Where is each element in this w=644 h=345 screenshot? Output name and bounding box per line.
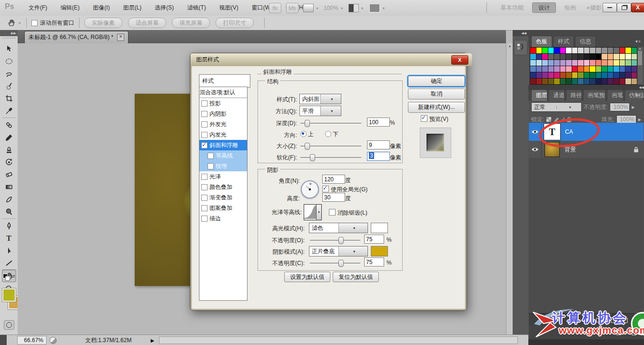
delete-layer-icon[interactable] [631,329,637,335]
menu-item[interactable]: 编辑(E) [54,0,86,16]
foreground-color-swatch[interactable] [2,288,16,302]
style-list-item[interactable]: 投影 [199,98,247,108]
color-swatch[interactable] [578,60,584,66]
color-swatch[interactable] [596,60,602,66]
color-swatch[interactable] [596,72,602,78]
color-swatch[interactable] [584,79,590,84]
style-checkbox[interactable] [201,100,208,107]
color-swatch[interactable] [542,72,548,78]
color-swatch[interactable] [578,66,584,72]
style-list-item[interactable]: 外发光 [199,119,247,129]
depth-input[interactable] [367,118,390,127]
color-swatch[interactable] [596,48,602,53]
workspace-button[interactable]: 绘画 [559,2,582,13]
new-layer-icon[interactable] [616,329,622,335]
panel-tab[interactable]: 色板 [531,36,552,47]
style-checkbox[interactable] [201,121,208,128]
style-list-item[interactable]: 颜色叠加 [199,182,247,192]
style-list-item[interactable]: 等高线 [199,150,247,161]
elliptical-marquee-tool[interactable] [2,55,16,67]
mini-bridge-button[interactable]: Mb [286,3,298,13]
pen-tool[interactable] [2,220,16,232]
color-swatch[interactable] [566,60,572,66]
shadow-mode-dropdown[interactable]: 正片叠底▼ [309,246,368,256]
style-checkbox[interactable] [201,174,208,180]
ok-button[interactable]: 确定 [408,76,465,87]
brush-tool[interactable] [2,131,16,143]
delete-layer-icon[interactable] [623,317,628,323]
color-swatch[interactable] [620,72,625,78]
color-swatch[interactable] [542,79,548,84]
color-swatch[interactable] [625,72,631,78]
layer-visibility-toggle[interactable] [529,141,542,158]
color-swatch[interactable] [536,79,542,84]
dialog-close-button[interactable]: X [451,55,468,65]
lock-position-icon[interactable]: ✛ [561,116,566,123]
color-swatch[interactable] [542,60,548,66]
anti-alias-checkbox[interactable]: 消除锯齿(L) [329,209,367,217]
style-checkbox[interactable] [201,111,208,117]
soften-input[interactable]: 3 [367,152,390,161]
restore-button[interactable] [617,3,631,12]
color-swatch[interactable] [632,54,637,59]
style-checkbox[interactable] [201,132,208,138]
color-swatch[interactable] [548,48,554,53]
color-swatch[interactable] [536,72,542,78]
color-swatch[interactable] [578,54,584,59]
color-swatch[interactable] [608,79,614,84]
color-swatch[interactable] [614,60,619,66]
color-swatch[interactable] [632,66,637,72]
style-checkbox[interactable] [201,195,208,201]
menu-item[interactable]: 文件(F) [22,0,54,16]
color-swatch[interactable] [554,54,560,59]
layer-name[interactable]: 背景 [565,146,576,154]
color-swatch[interactable] [632,79,637,84]
color-swatch[interactable] [560,48,566,53]
line-tool[interactable] [2,257,16,269]
spinner-icon[interactable]: ▶ [638,118,641,122]
style-list-item[interactable]: 光泽 [199,171,247,182]
color-swatch[interactable] [560,66,566,72]
menu-item[interactable]: 滤镜(T) [180,0,212,16]
menu-item[interactable]: 视图(V) [213,0,245,16]
workspace-button[interactable]: 基本功能 [495,2,529,13]
color-swatch[interactable] [602,66,607,72]
gradient-tool[interactable] [2,181,16,193]
color-swatch[interactable] [614,48,619,53]
lock-transparency-icon[interactable] [546,117,552,123]
color-swatch[interactable] [620,54,625,59]
new-style-button[interactable]: 新建样式(W)... [408,102,465,113]
background-layer-thumbnail[interactable] [545,142,560,157]
minimize-button[interactable] [603,3,617,12]
style-list-item[interactable]: 图案叠加 [199,203,247,213]
size-slider[interactable] [300,146,361,147]
color-swatch[interactable] [620,60,625,66]
color-swatch[interactable] [536,66,542,72]
color-swatch[interactable] [596,66,602,72]
dialog-title-bar[interactable]: 图层样式 X [190,53,472,66]
link-layers-icon[interactable] [542,317,551,323]
screen-mode-button[interactable]: ▼ [369,3,386,13]
color-swatch[interactable] [572,66,578,72]
color-swatch[interactable] [572,79,578,84]
layer-effects-icon[interactable]: fx [557,316,563,323]
color-swatch[interactable] [620,79,625,84]
workspace-overflow-chevron[interactable]: » [586,4,589,11]
color-swatch[interactable] [596,54,602,59]
color-swatch[interactable] [530,79,536,84]
color-swatch[interactable] [578,48,584,53]
color-swatch[interactable] [566,72,572,78]
color-swatch[interactable] [530,60,536,66]
document-tab[interactable]: 未标题-1 @ 66.7% (CA, RGB/8) * ✕ [24,31,129,43]
color-swatch[interactable] [614,72,619,78]
dodge-tool[interactable] [2,206,16,217]
swatches-scrollbar[interactable]: ▲ [637,47,643,84]
menu-item[interactable]: 选择(S) [148,0,180,16]
color-swatch[interactable] [632,48,637,53]
color-swatch[interactable] [530,72,536,78]
color-swatch[interactable] [584,48,590,53]
color-swatch[interactable] [608,54,614,59]
panel-tab[interactable]: 画笔 [607,89,623,101]
panel-menu-icon[interactable]: ▼≡ [634,93,643,99]
shadow-opacity-input[interactable] [364,257,384,266]
